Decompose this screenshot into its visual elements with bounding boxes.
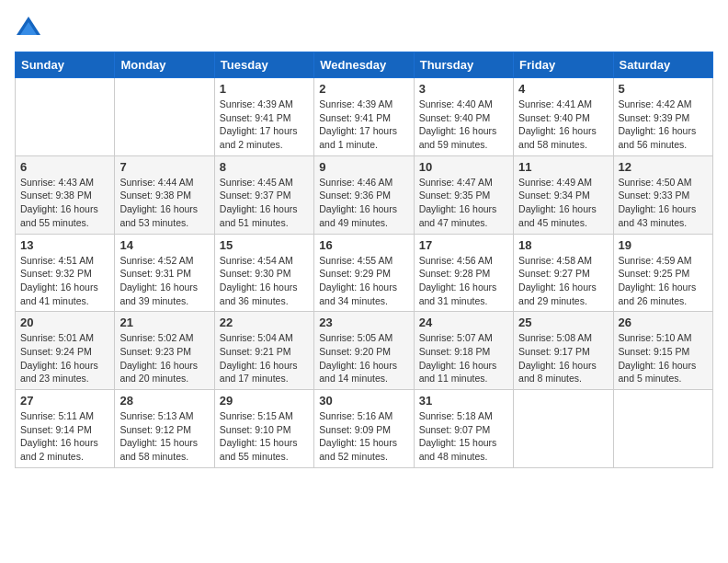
day-of-week-header: Tuesday <box>214 52 313 78</box>
day-number: 20 <box>20 316 109 329</box>
calendar-cell: 25 Sunrise: 5:08 AMSunset: 9:17 PMDaylig… <box>514 312 613 390</box>
day-number: 5 <box>619 82 708 96</box>
day-of-week-header: Wednesday <box>314 52 414 78</box>
page-header <box>15 15 713 42</box>
calendar-cell: 26 Sunrise: 5:10 AMSunset: 9:15 PMDaylig… <box>613 312 712 390</box>
calendar-cell: 5 Sunrise: 4:42 AMSunset: 9:39 PMDayligh… <box>613 78 712 156</box>
day-number: 7 <box>119 160 209 174</box>
day-info: Sunrise: 4:56 AMSunset: 9:28 PMDaylight:… <box>419 254 508 308</box>
calendar-cell: 21 Sunrise: 5:02 AMSunset: 9:23 PMDaylig… <box>115 312 214 390</box>
day-of-week-header: Friday <box>514 52 613 78</box>
day-number: 10 <box>419 160 508 174</box>
day-number: 26 <box>619 316 708 329</box>
calendar-cell: 20 Sunrise: 5:01 AMSunset: 9:24 PMDaylig… <box>16 312 115 390</box>
day-number: 1 <box>220 82 309 96</box>
day-info: Sunrise: 5:07 AMSunset: 9:18 PMDaylight:… <box>419 331 508 385</box>
day-info: Sunrise: 5:02 AMSunset: 9:23 PMDaylight:… <box>119 331 209 385</box>
day-number: 23 <box>319 316 408 329</box>
day-number: 14 <box>119 238 209 252</box>
day-of-week-header: Saturday <box>613 52 712 78</box>
calendar-week-row: 20 Sunrise: 5:01 AMSunset: 9:24 PMDaylig… <box>16 312 713 390</box>
day-info: Sunrise: 4:44 AMSunset: 9:38 PMDaylight:… <box>119 176 209 230</box>
calendar-cell: 14 Sunrise: 4:52 AMSunset: 9:31 PMDaylig… <box>115 234 214 312</box>
calendar-cell: 29 Sunrise: 5:15 AMSunset: 9:10 PMDaylig… <box>214 390 313 468</box>
calendar-cell <box>115 78 214 156</box>
day-number: 4 <box>518 82 608 96</box>
day-number: 17 <box>419 238 508 252</box>
day-info: Sunrise: 4:45 AMSunset: 9:37 PMDaylight:… <box>220 176 309 230</box>
day-info: Sunrise: 4:58 AMSunset: 9:27 PMDaylight:… <box>518 254 608 308</box>
day-info: Sunrise: 5:11 AMSunset: 9:14 PMDaylight:… <box>20 409 109 464</box>
day-number: 30 <box>319 394 408 408</box>
day-number: 28 <box>119 394 209 408</box>
day-number: 3 <box>419 82 508 96</box>
day-info: Sunrise: 5:05 AMSunset: 9:20 PMDaylight:… <box>319 331 408 385</box>
day-info: Sunrise: 4:54 AMSunset: 9:30 PMDaylight:… <box>220 254 309 308</box>
day-number: 15 <box>220 238 309 252</box>
day-info: Sunrise: 5:18 AMSunset: 9:07 PMDaylight:… <box>419 409 508 464</box>
calendar-cell: 22 Sunrise: 5:04 AMSunset: 9:21 PMDaylig… <box>214 312 313 390</box>
logo <box>15 15 46 42</box>
day-of-week-header: Monday <box>115 52 214 78</box>
calendar-cell <box>613 390 712 468</box>
day-info: Sunrise: 5:16 AMSunset: 9:09 PMDaylight:… <box>319 409 408 464</box>
calendar-week-row: 13 Sunrise: 4:51 AMSunset: 9:32 PMDaylig… <box>16 234 713 312</box>
day-number: 19 <box>619 238 708 252</box>
calendar-cell: 28 Sunrise: 5:13 AMSunset: 9:12 PMDaylig… <box>115 390 214 468</box>
calendar-cell: 3 Sunrise: 4:40 AMSunset: 9:40 PMDayligh… <box>414 78 513 156</box>
day-info: Sunrise: 4:43 AMSunset: 9:38 PMDaylight:… <box>20 176 109 230</box>
day-number: 13 <box>20 238 109 252</box>
calendar-cell: 4 Sunrise: 4:41 AMSunset: 9:40 PMDayligh… <box>514 78 613 156</box>
day-info: Sunrise: 4:47 AMSunset: 9:35 PMDaylight:… <box>419 176 508 230</box>
calendar-cell: 24 Sunrise: 5:07 AMSunset: 9:18 PMDaylig… <box>414 312 513 390</box>
day-number: 24 <box>419 316 508 329</box>
calendar-cell: 7 Sunrise: 4:44 AMSunset: 9:38 PMDayligh… <box>115 155 214 234</box>
calendar-cell: 10 Sunrise: 4:47 AMSunset: 9:35 PMDaylig… <box>414 155 513 234</box>
day-info: Sunrise: 5:10 AMSunset: 9:15 PMDaylight:… <box>619 331 708 385</box>
day-info: Sunrise: 4:59 AMSunset: 9:25 PMDaylight:… <box>619 254 708 308</box>
day-number: 2 <box>319 82 408 96</box>
day-info: Sunrise: 4:39 AMSunset: 9:41 PMDaylight:… <box>220 98 309 152</box>
day-info: Sunrise: 4:51 AMSunset: 9:32 PMDaylight:… <box>20 254 109 308</box>
calendar-cell: 17 Sunrise: 4:56 AMSunset: 9:28 PMDaylig… <box>414 234 513 312</box>
day-number: 25 <box>518 316 608 329</box>
day-number: 29 <box>220 394 309 408</box>
day-info: Sunrise: 5:01 AMSunset: 9:24 PMDaylight:… <box>20 331 109 385</box>
day-of-week-header: Thursday <box>414 52 513 78</box>
calendar-week-row: 27 Sunrise: 5:11 AMSunset: 9:14 PMDaylig… <box>16 390 713 468</box>
day-of-week-header: Sunday <box>16 52 115 78</box>
day-number: 8 <box>220 160 309 174</box>
calendar-cell: 31 Sunrise: 5:18 AMSunset: 9:07 PMDaylig… <box>414 390 513 468</box>
calendar-cell: 18 Sunrise: 4:58 AMSunset: 9:27 PMDaylig… <box>514 234 613 312</box>
day-info: Sunrise: 4:52 AMSunset: 9:31 PMDaylight:… <box>119 254 209 308</box>
calendar-cell: 6 Sunrise: 4:43 AMSunset: 9:38 PMDayligh… <box>16 155 115 234</box>
day-number: 18 <box>518 238 608 252</box>
day-number: 22 <box>220 316 309 329</box>
calendar-cell: 12 Sunrise: 4:50 AMSunset: 9:33 PMDaylig… <box>613 155 712 234</box>
calendar-cell: 1 Sunrise: 4:39 AMSunset: 9:41 PMDayligh… <box>214 78 313 156</box>
calendar-cell <box>16 78 115 156</box>
calendar-cell: 13 Sunrise: 4:51 AMSunset: 9:32 PMDaylig… <box>16 234 115 312</box>
day-number: 11 <box>518 160 608 174</box>
calendar-cell: 19 Sunrise: 4:59 AMSunset: 9:25 PMDaylig… <box>613 234 712 312</box>
calendar-header-row: SundayMondayTuesdayWednesdayThursdayFrid… <box>16 52 713 78</box>
day-info: Sunrise: 5:04 AMSunset: 9:21 PMDaylight:… <box>220 331 309 385</box>
day-number: 6 <box>20 160 109 174</box>
day-info: Sunrise: 4:41 AMSunset: 9:40 PMDaylight:… <box>518 98 608 152</box>
calendar-cell: 11 Sunrise: 4:49 AMSunset: 9:34 PMDaylig… <box>514 155 613 234</box>
day-info: Sunrise: 4:39 AMSunset: 9:41 PMDaylight:… <box>319 98 408 152</box>
day-info: Sunrise: 4:40 AMSunset: 9:40 PMDaylight:… <box>419 98 508 152</box>
logo-icon <box>15 15 42 42</box>
day-info: Sunrise: 4:49 AMSunset: 9:34 PMDaylight:… <box>518 176 608 230</box>
calendar-cell: 23 Sunrise: 5:05 AMSunset: 9:20 PMDaylig… <box>314 312 414 390</box>
calendar-cell: 2 Sunrise: 4:39 AMSunset: 9:41 PMDayligh… <box>314 78 414 156</box>
day-info: Sunrise: 5:15 AMSunset: 9:10 PMDaylight:… <box>220 409 309 464</box>
calendar-cell <box>514 390 613 468</box>
calendar-cell: 15 Sunrise: 4:54 AMSunset: 9:30 PMDaylig… <box>214 234 313 312</box>
calendar-cell: 16 Sunrise: 4:55 AMSunset: 9:29 PMDaylig… <box>314 234 414 312</box>
calendar-cell: 8 Sunrise: 4:45 AMSunset: 9:37 PMDayligh… <box>214 155 313 234</box>
calendar-week-row: 1 Sunrise: 4:39 AMSunset: 9:41 PMDayligh… <box>16 78 713 156</box>
day-number: 12 <box>619 160 708 174</box>
day-number: 27 <box>20 394 109 408</box>
day-number: 21 <box>119 316 209 329</box>
